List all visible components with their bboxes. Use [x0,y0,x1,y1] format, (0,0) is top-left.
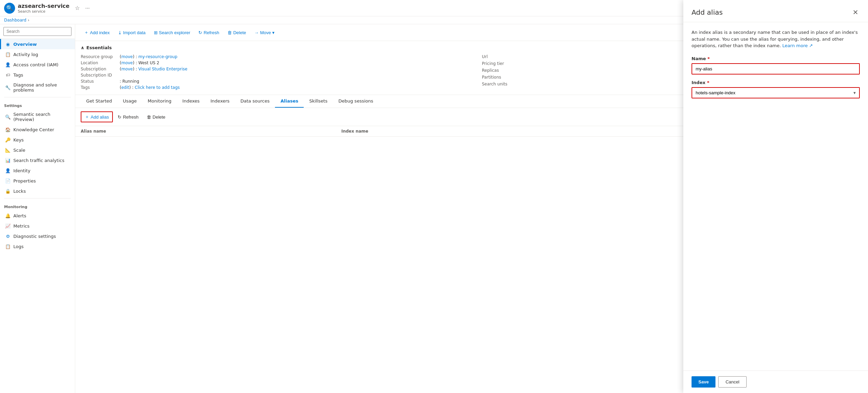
sidebar-item-tags[interactable]: 🏷 Tags [0,70,75,80]
settings-section-label: Settings [0,99,75,109]
panel-save-button[interactable]: Save [692,376,715,388]
subscription-move-link[interactable]: move [121,67,133,71]
panel-close-button[interactable]: ✕ [851,7,860,18]
refresh-icon: ↻ [198,30,202,35]
status-row: Status : Running [81,78,461,84]
iam-icon: 👤 [5,62,11,67]
top-bar-actions: ☆ ··· [74,3,91,13]
search-explorer-button[interactable]: ⊞ Search explorer [150,28,194,37]
index-select-wrap: hotels-sample-index ▾ [692,87,860,98]
tab-skillsets[interactable]: Skillsets [304,95,333,108]
subscription-row: Subscription (move) : Visual Studio Ente… [81,66,461,72]
sidebar-item-iam[interactable]: 👤 Access control (IAM) [0,59,75,70]
sidebar-search-container [0,24,75,39]
panel-body: An index alias is a secondary name that … [683,22,868,370]
panel-header: Add alias ✕ [683,0,868,22]
sidebar-item-scale[interactable]: 📐 Scale [0,145,75,155]
sidebar-item-activity-log[interactable]: 📋 Activity log [0,49,75,59]
sidebar-item-traffic[interactable]: 📊 Search traffic analytics [0,155,75,165]
aliases-delete-button[interactable]: 🗑 Delete [143,113,169,121]
sidebar-item-identity[interactable]: 👤 Identity [0,165,75,176]
panel-description: An index alias is a secondary name that … [692,29,860,49]
sidebar-item-label: Activity log [13,52,38,57]
sidebar-item-label: Access control (IAM) [13,62,58,67]
sidebar-divider-1 [4,97,71,97]
import-icon: ⤓ [118,30,122,35]
sidebar-item-label: Tags [13,72,23,78]
sidebar-item-diag-settings[interactable]: ⚙ Diagnostic settings [0,231,75,241]
location-move-link[interactable]: move [121,60,133,65]
aliases-delete-icon: 🗑 [147,114,151,120]
resource-group-row: Resource group (move) : my-resource-grou… [81,54,461,60]
explorer-icon: ⊞ [154,30,158,35]
service-type: Search service [18,9,69,14]
sidebar-item-keys[interactable]: 🔑 Keys [0,135,75,145]
favorite-button[interactable]: ☆ [74,3,81,13]
add-index-button[interactable]: ＋ Add index [81,28,113,37]
tab-aliases[interactable]: Aliases [275,95,304,108]
tab-indexes[interactable]: Indexes [177,95,205,108]
sidebar-item-metrics[interactable]: 📈 Metrics [0,221,75,231]
sidebar-divider-2 [4,198,71,199]
identity-icon: 👤 [5,168,11,173]
tab-data-sources[interactable]: Data sources [235,95,275,108]
keys-icon: 🔑 [5,137,11,143]
tab-usage[interactable]: Usage [117,95,142,108]
subscription-value[interactable]: Visual Studio Enterprise [139,67,187,71]
search-icon: 🔍 [6,5,13,11]
sidebar-item-label: Logs [13,244,24,249]
tags-icon: 🏷 [5,72,11,78]
chevron-up-icon: ∧ [81,45,84,50]
panel-index-field: Index * hotels-sample-index ▾ [692,80,860,98]
tab-get-started[interactable]: Get Started [81,95,117,108]
learn-more-link[interactable]: Learn more ↗ [782,43,813,48]
breadcrumb-sep: › [28,18,29,23]
scale-icon: 📐 [5,147,11,153]
locks-icon: 🔒 [5,188,11,194]
col-alias-header: Alias name [81,129,341,134]
sidebar-item-semantic[interactable]: 🔍 Semantic search (Preview) [0,109,75,124]
essentials-left: Resource group (move) : my-resource-grou… [81,54,461,91]
semantic-icon: 🔍 [5,114,11,120]
move-button[interactable]: → Move ▾ [251,28,278,37]
sidebar-item-knowledge[interactable]: 🏠 Knowledge Center [0,124,75,135]
delete-button[interactable]: 🗑 Delete [224,28,250,37]
subscription-id-row: Subscription ID [81,72,461,78]
import-data-button[interactable]: ⤓ Import data [115,28,149,37]
tab-monitoring[interactable]: Monitoring [142,95,177,108]
sidebar-item-label: Knowledge Center [13,127,54,132]
index-select[interactable]: hotels-sample-index [692,88,859,98]
tags-value[interactable]: Click here to add tags [135,85,180,90]
sidebar-item-logs[interactable]: 📋 Logs [0,241,75,252]
sidebar-item-overview[interactable]: ◉ Overview [0,39,75,49]
monitoring-section-label: Monitoring [0,201,75,211]
search-input[interactable] [3,27,71,36]
sidebar-item-label: Identity [13,168,30,173]
tags-edit-link[interactable]: edit [121,85,129,90]
sidebar-item-properties[interactable]: 📄 Properties [0,176,75,186]
diag-settings-icon: ⚙ [5,233,11,239]
sidebar: ◉ Overview 📋 Activity log 👤 Access contr… [0,24,75,393]
tab-indexers[interactable]: Indexers [205,95,235,108]
knowledge-icon: 🏠 [5,127,11,132]
sidebar-item-diagnose[interactable]: 🔧 Diagnose and solve problems [0,80,75,95]
breadcrumb-dashboard[interactable]: Dashboard [4,18,26,23]
sidebar-item-label: Metrics [13,223,29,229]
refresh-button[interactable]: ↻ Refresh [195,28,223,37]
tab-debug-sessions[interactable]: Debug sessions [333,95,379,108]
sidebar-item-label: Diagnose and solve problems [13,82,71,93]
tags-row: Tags (edit) : Click here to add tags [81,84,461,91]
resource-group-value[interactable]: my-resource-group [139,54,177,59]
alias-name-input[interactable] [692,63,860,74]
sidebar-item-alerts[interactable]: 🔔 Alerts [0,211,75,221]
aliases-refresh-button[interactable]: ↻ Refresh [114,113,142,121]
more-options-button[interactable]: ··· [84,4,91,13]
index-required-marker: * [707,80,709,85]
add-alias-button[interactable]: ＋ Add alias [81,111,113,122]
service-logo: 🔍 [4,3,15,14]
sidebar-item-label: Diagnostic settings [13,234,56,239]
resource-group-move-link[interactable]: move [121,54,133,59]
sidebar-item-locks[interactable]: 🔒 Locks [0,186,75,196]
panel-cancel-button[interactable]: Cancel [718,376,746,388]
sidebar-item-label: Alerts [13,213,26,218]
